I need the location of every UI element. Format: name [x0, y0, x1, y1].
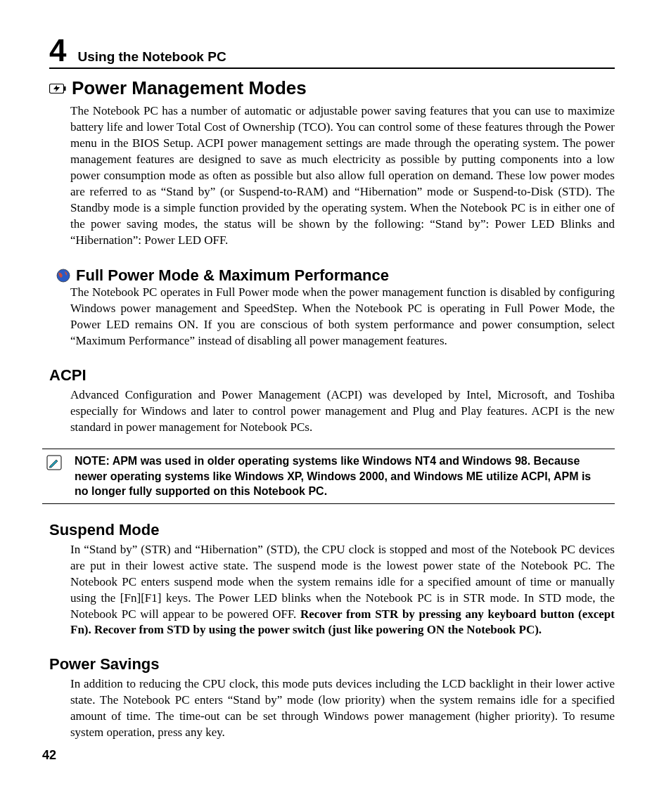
suspend-title: Suspend Mode — [49, 521, 615, 539]
svg-rect-1 — [64, 86, 66, 91]
acpi-body: Advanced Configuration and Power Managem… — [70, 387, 615, 436]
svg-point-2 — [57, 269, 70, 282]
section-body: The Notebook PC has a number of automati… — [70, 103, 615, 248]
section-title: Power Management Modes — [72, 77, 307, 99]
powersavings-title: Power Savings — [49, 655, 615, 674]
page-number: 42 — [42, 748, 56, 763]
chapter-title: Using the Notebook PC — [77, 49, 226, 65]
powersavings-body: In addition to reducing the CPU clock, t… — [70, 676, 615, 741]
note-text: NOTE: APM was used in older operating sy… — [75, 453, 615, 499]
fullpower-body: The Notebook PC operates in Full Power m… — [70, 285, 615, 349]
fullpower-title: Full Power Mode & Maximum Performance — [76, 266, 389, 285]
note-icon — [46, 455, 62, 470]
acpi-title: ACPI — [49, 366, 615, 385]
suspend-body: In “Stand by” (STR) and “Hibernation” (S… — [70, 542, 615, 639]
chapter-header: 4 Using the Notebook PC — [49, 35, 615, 69]
chapter-number: 4 — [49, 35, 66, 66]
globe-icon — [56, 269, 70, 283]
battery-icon — [49, 83, 66, 94]
note-box: NOTE: APM was used in older operating sy… — [42, 449, 615, 504]
